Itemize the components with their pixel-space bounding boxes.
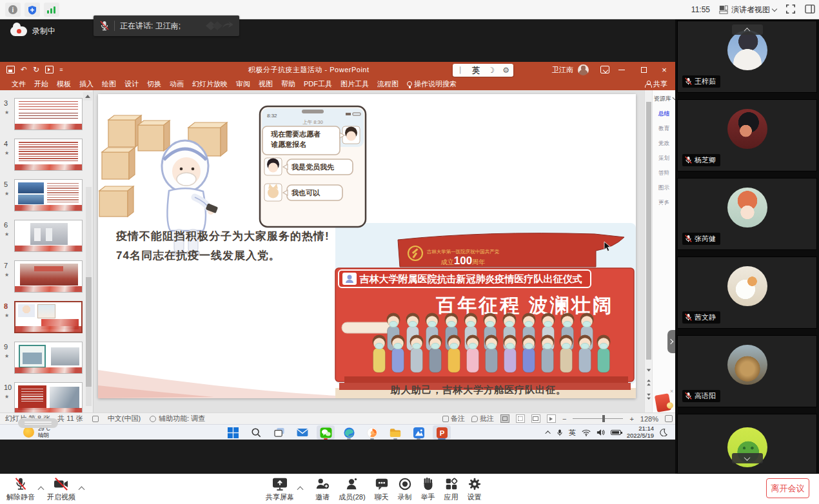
canvas-scrollbar-thumb[interactable] [646, 102, 651, 360]
tray-expand-icon[interactable] [545, 431, 550, 436]
minimize-button[interactable] [611, 62, 632, 77]
resource-item-planning[interactable]: 策划 [653, 154, 675, 162]
focus-moon-icon[interactable] [660, 429, 667, 436]
zoom-slider-thumb[interactable] [602, 415, 605, 422]
resource-item-defense[interactable]: 答辩 [653, 169, 675, 177]
collapsed-floating-bar[interactable] [18, 418, 58, 428]
slideshow-view-button[interactable] [547, 414, 556, 423]
slide-thumbnail-9[interactable] [14, 342, 83, 374]
zoom-out-button[interactable]: − [562, 415, 566, 423]
accessibility-status[interactable]: 辅助功能: 调查 [150, 414, 205, 423]
participant-tile[interactable] [677, 414, 817, 474]
ime-toolbar[interactable]: 丨 英 ☽ ⚙ [453, 64, 513, 77]
resource-item-diag[interactable]: 图示 [653, 184, 675, 191]
participant-tile[interactable]: 张芮健 [677, 178, 817, 250]
video-options-chevron[interactable] [79, 487, 85, 493]
view-mode-button[interactable]: 演讲者视图 [719, 5, 776, 15]
browser-app-button[interactable] [363, 425, 381, 440]
network-quality-button[interactable] [44, 3, 59, 17]
leave-meeting-button[interactable]: 离开会议 [766, 478, 809, 498]
slide-sorter-view-button[interactable] [516, 414, 525, 423]
scroll-participants-up-button[interactable] [732, 24, 763, 35]
record-button[interactable]: 录制 [398, 474, 412, 504]
participant-tile[interactable]: 高语阳 [677, 335, 817, 407]
ribbon-tab-home[interactable]: 开始 [34, 79, 48, 89]
fullscreen-button[interactable] [785, 4, 796, 16]
zoom-in-button[interactable]: + [629, 415, 633, 423]
promo-close-icon[interactable]: × [670, 388, 673, 394]
account-widget[interactable]: 卫江南 [552, 64, 589, 75]
share-screen-button[interactable]: 共享屏幕 [266, 474, 294, 504]
scroll-down-button[interactable] [646, 369, 651, 372]
members-button[interactable]: 成员(28) [339, 474, 366, 504]
save-icon[interactable] [6, 66, 15, 73]
slide-thumbnail-7[interactable] [14, 260, 83, 293]
resource-item-summary[interactable]: 总结 [653, 110, 675, 117]
ribbon-tab-animations[interactable]: 动画 [170, 79, 184, 89]
reading-view-button[interactable] [531, 414, 540, 423]
ribbon-tab-slideshow[interactable]: 幻灯片放映 [192, 79, 228, 89]
ribbon-tab-view[interactable]: 视图 [259, 79, 273, 89]
qat-customize-icon[interactable]: ≡ [59, 66, 63, 73]
powerpoint-taskbar-button[interactable]: P [433, 425, 451, 440]
fit-to-window-icon[interactable] [665, 415, 673, 422]
participant-tile[interactable]: 杨芝卿 [677, 99, 817, 171]
mail-app-button[interactable] [293, 425, 311, 440]
task-view-button[interactable] [270, 425, 288, 440]
zoom-slider[interactable] [573, 418, 623, 419]
invite-button[interactable]: 邀请 [315, 474, 330, 504]
slide-thumbnail-3[interactable] [14, 98, 83, 130]
edge-browser-button[interactable] [340, 425, 358, 440]
start-video-button[interactable]: 开启视频 [47, 474, 75, 504]
resource-item-education[interactable]: 教育 [653, 124, 675, 132]
panel-scrollbar-thumb[interactable] [86, 277, 92, 387]
share-options-chevron[interactable] [297, 487, 304, 493]
participant-tile[interactable]: 茜文静 [677, 257, 817, 329]
raise-hand-button[interactable]: 举手 [421, 474, 435, 504]
canvas-scrollbar[interactable] [644, 90, 652, 412]
file-explorer-button[interactable] [386, 425, 404, 440]
spellcheck-icon[interactable] [92, 416, 99, 422]
wechat-app-button[interactable] [317, 425, 335, 440]
slide-thumbnail-10[interactable] [14, 382, 83, 414]
next-slide-button[interactable] [646, 393, 651, 400]
volume-icon[interactable] [597, 429, 605, 436]
tray-mic-icon[interactable] [557, 429, 563, 437]
slide-thumbnail-8[interactable] [14, 301, 83, 333]
normal-view-button[interactable] [500, 414, 509, 423]
search-button[interactable] [247, 425, 265, 440]
ribbon-tab-pdf-tools[interactable]: PDF工具 [304, 79, 332, 89]
share-button[interactable]: 共享 [645, 77, 667, 90]
slideshow-icon[interactable] [45, 66, 54, 73]
resource-item-party[interactable]: 党政 [653, 139, 675, 147]
tell-me-search[interactable]: 操作说明搜索 [407, 79, 457, 89]
ribbon-tab-help[interactable]: 帮助 [281, 79, 295, 89]
unmute-button[interactable]: 解除静音 [6, 474, 35, 504]
moon-icon[interactable]: ☽ [488, 66, 495, 75]
ribbon-tab-draw[interactable]: 绘图 [102, 79, 116, 89]
ribbon-tab-file[interactable]: 文件 [12, 79, 26, 89]
panel-scroll-up-button[interactable] [83, 92, 92, 101]
close-button[interactable]: × [654, 62, 675, 77]
settings-button[interactable]: 设置 [468, 474, 482, 504]
red-envelope-promo-icon[interactable] [655, 393, 671, 412]
ribbon-tab-picture-tools[interactable]: 图片工具 [340, 79, 369, 89]
ribbon-tab-design[interactable]: 设计 [124, 79, 139, 89]
windows-start-button[interactable] [224, 425, 242, 440]
tray-ime-indicator[interactable]: 英 [569, 428, 576, 438]
ime-mode-button[interactable]: 英 [472, 65, 480, 76]
zoom-level[interactable]: 128% [640, 415, 658, 423]
clock-widget[interactable]: 21:142022/5/19 [627, 425, 654, 440]
slide-thumbnail-4[interactable] [14, 139, 83, 171]
chat-button[interactable]: 聊天 [375, 474, 389, 504]
battery-icon[interactable] [611, 430, 621, 435]
panel-collapse-handle[interactable] [667, 330, 675, 353]
wifi-icon[interactable] [582, 429, 591, 436]
undo-icon[interactable]: ↶ [21, 65, 27, 74]
ribbon-tab-flowchart[interactable]: 流程图 [377, 79, 399, 89]
security-button[interactable] [25, 3, 40, 17]
panel-scrollbar[interactable] [86, 187, 92, 406]
slide-thumbnail-5[interactable] [14, 179, 83, 211]
notes-button[interactable]: 备注 [442, 414, 465, 423]
info-button[interactable]: i [5, 3, 21, 17]
